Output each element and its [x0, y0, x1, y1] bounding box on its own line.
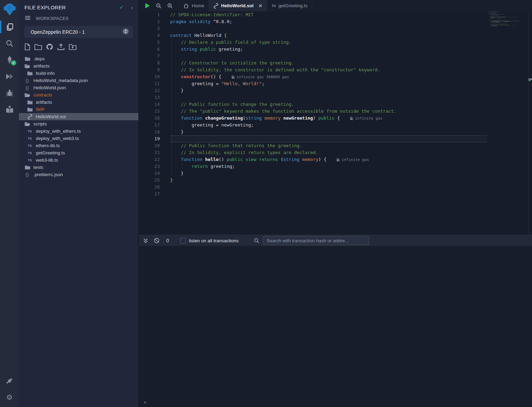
line-number[interactable]: 1: [139, 11, 160, 18]
code-content[interactable]: // SPDX-License-Identifier: MITpragma so…: [170, 11, 396, 197]
line-number[interactable]: 6: [139, 46, 160, 53]
line-number[interactable]: 11: [139, 80, 160, 87]
expand-terminal-icon[interactable]: [143, 238, 148, 243]
tree-item-scripts[interactable]: scripts: [19, 120, 138, 128]
line-number[interactable]: 17: [139, 122, 160, 129]
new-file-icon[interactable]: [24, 43, 30, 50]
line-number[interactable]: 16: [139, 115, 160, 122]
upload-file-icon[interactable]: [57, 43, 65, 50]
tree-item-artifacts[interactable]: artifacts: [19, 62, 138, 70]
line-number[interactable]: 3: [139, 25, 160, 32]
code-line[interactable]: // Constructor to initialize the greetin…: [170, 60, 396, 67]
line-number[interactable]: 4: [139, 32, 160, 39]
zoom-out-icon[interactable]: [156, 3, 161, 9]
code-line[interactable]: // SPDX-License-Identifier: MIT: [170, 11, 396, 18]
code-line[interactable]: // The "public" keyword makes the functi…: [170, 108, 396, 115]
activity-item-learn[interactable]: [0, 101, 19, 118]
code-editor[interactable]: 1234567891011121314151617181920212223242…: [139, 11, 532, 235]
overview-ruler[interactable]: [528, 11, 532, 235]
code-line[interactable]: greeting = "Hello, World!";: [170, 80, 396, 87]
activity-item-settings[interactable]: ⚙: [0, 389, 19, 406]
tree-item-HelloWorld_metadata.json[interactable]: {}HelloWorld_metadata.json: [19, 77, 138, 84]
line-number[interactable]: 27: [139, 191, 160, 197]
code-line[interactable]: // Public function to change the greetin…: [170, 101, 396, 108]
activity-item-solidity-compiler[interactable]: ✓: [0, 52, 19, 68]
line-number[interactable]: 14: [139, 101, 160, 108]
line-number[interactable]: 8: [139, 60, 160, 67]
line-number[interactable]: 21: [139, 149, 160, 156]
code-line[interactable]: }: [170, 170, 396, 177]
line-number[interactable]: 2: [139, 18, 160, 25]
code-line[interactable]: string public greeting;: [170, 46, 396, 53]
line-number[interactable]: 7: [139, 53, 160, 60]
code-line[interactable]: [170, 135, 396, 142]
transaction-search-input[interactable]: [263, 236, 369, 245]
activity-item-search[interactable]: [0, 35, 19, 52]
chevron-right-icon[interactable]: ›: [131, 4, 133, 10]
line-number[interactable]: 25: [139, 177, 160, 184]
code-line[interactable]: }: [170, 87, 396, 94]
line-number[interactable]: 9: [139, 67, 160, 73]
tree-item-tests[interactable]: tests: [19, 164, 138, 171]
tree-item-deploy_with_ethers.ts[interactable]: TSdeploy_with_ethers.ts: [19, 128, 138, 135]
code-line[interactable]: [170, 53, 396, 60]
code-line[interactable]: pragma solidity ^0.8.0;: [170, 18, 396, 25]
activity-item-debugger[interactable]: [0, 85, 19, 101]
code-line[interactable]: [170, 25, 396, 32]
line-number[interactable]: 12: [139, 87, 160, 94]
tree-item-.prettierrc.json[interactable]: {}.prettierrc.json: [19, 171, 138, 178]
line-number[interactable]: 15: [139, 108, 160, 115]
line-number[interactable]: 19: [139, 135, 160, 142]
tree-item-contracts[interactable]: contracts: [19, 91, 138, 99]
code-line[interactable]: contract HelloWorld {: [170, 32, 396, 39]
code-line[interactable]: constructor() {infinite gas 368600 gas: [170, 73, 396, 80]
run-script-button[interactable]: [145, 3, 150, 9]
line-number[interactable]: 24: [139, 170, 160, 177]
activity-item-plugin-manager[interactable]: [0, 373, 19, 389]
line-number[interactable]: 26: [139, 184, 160, 191]
tree-item-.deps[interactable]: .deps: [19, 55, 138, 62]
code-line[interactable]: greeting = newGreeting;: [170, 122, 396, 129]
code-line[interactable]: // Declare a public field of type string…: [170, 39, 396, 46]
hamburger-icon[interactable]: [25, 16, 30, 21]
tree-item-web3-lib.ts[interactable]: TSweb3-lib.ts: [19, 156, 138, 164]
workspace-select[interactable]: OpenZeppelin ERC20 - 1: [24, 26, 133, 38]
code-line[interactable]: function hello() public view returns (st…: [170, 156, 396, 163]
tree-item-deploy_with_web3.ts[interactable]: TSdeploy_with_web3.ts: [19, 135, 138, 142]
line-number[interactable]: 23: [139, 163, 160, 170]
tree-item-HelloWorld.json[interactable]: {}HelloWorld.json: [19, 84, 138, 91]
line-number[interactable]: 5: [139, 39, 160, 46]
terminal-output[interactable]: >: [139, 246, 532, 407]
tree-item-getGreeting.ts[interactable]: TSgetGreeting.ts: [19, 149, 138, 156]
line-number[interactable]: 18: [139, 129, 160, 135]
code-line[interactable]: }: [170, 177, 396, 184]
code-line[interactable]: // In Solidity, the constructor is defin…: [170, 67, 396, 73]
code-line[interactable]: [170, 94, 396, 101]
tree-item-ethers-lib.ts[interactable]: TSethers-lib.ts: [19, 142, 138, 149]
tree-item-artifacts[interactable]: artifacts: [19, 99, 138, 106]
check-icon[interactable]: ✓: [119, 4, 124, 10]
code-line[interactable]: [170, 184, 396, 191]
code-line[interactable]: [170, 191, 396, 197]
remix-logo[interactable]: [0, 0, 19, 19]
code-line[interactable]: function changeGreeting(string memory ne…: [170, 115, 396, 122]
minimap[interactable]: // SPDX-License-Identifier: MITpragma so…: [488, 11, 528, 235]
activity-item-file-explorer[interactable]: [0, 19, 19, 35]
line-number-gutter[interactable]: 1234567891011121314151617181920212223242…: [139, 11, 160, 197]
tab-getGreeting.ts[interactable]: TSgetGreeting.ts: [267, 0, 312, 11]
zoom-in-icon[interactable]: [167, 3, 173, 9]
new-folder-icon[interactable]: [34, 44, 42, 50]
upload-folder-icon[interactable]: [69, 44, 76, 50]
tree-item-HelloWorld.sol[interactable]: HelloWorld.sol: [19, 113, 138, 120]
tree-item-build-info[interactable]: build-info: [19, 70, 138, 77]
activity-item-deploy-run[interactable]: [0, 68, 19, 85]
code-line[interactable]: return greeting;: [170, 163, 396, 170]
line-number[interactable]: 13: [139, 94, 160, 101]
tab-HelloWorld.sol[interactable]: HelloWorld.sol✕: [209, 0, 267, 11]
line-number[interactable]: 20: [139, 142, 160, 149]
code-line[interactable]: // In Solidity, explicit return types ar…: [170, 149, 396, 156]
line-number[interactable]: 10: [139, 73, 160, 80]
listen-transactions-checkbox[interactable]: [180, 238, 186, 244]
clear-console-icon[interactable]: [154, 238, 159, 243]
github-icon[interactable]: [46, 43, 53, 50]
